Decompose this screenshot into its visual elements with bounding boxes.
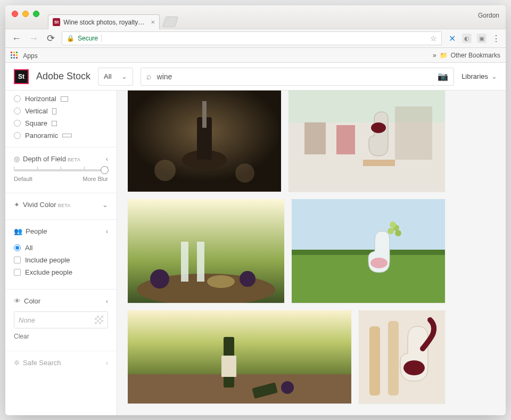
filter-sidebar: Horizontal Vertical Square Panoramic ◎De… [5, 90, 117, 415]
result-thumbnail[interactable] [128, 199, 284, 303]
svg-rect-8 [395, 106, 432, 160]
option-label: Panoramic [25, 131, 58, 139]
chevron-left-icon: ‹ [106, 155, 108, 163]
secure-label: Secure [78, 35, 98, 42]
close-tab-icon[interactable]: × [151, 18, 155, 26]
section-title: Safe Search [23, 359, 61, 367]
search-input[interactable] [157, 72, 433, 81]
bookmarks-bar: Apps » 📁 Other Bookmarks [5, 48, 506, 63]
orientation-option-vertical[interactable]: Vertical [5, 105, 117, 117]
filter-section-vivid-color: ✦Vivid ColorBETA ⌄ [5, 193, 117, 214]
section-header[interactable]: 👥People ‹ [14, 227, 108, 235]
section-header[interactable]: ◎Depth of FieldBETA ‹ [14, 155, 108, 163]
filter-section-depth-of-field: ◎Depth of FieldBETA ‹ Default More Blur [5, 147, 117, 187]
reload-button[interactable]: ⟳ [45, 32, 56, 44]
svg-rect-22 [292, 250, 445, 255]
extension-icon[interactable]: ✕ [447, 34, 457, 43]
chevron-down-icon: ⌄ [491, 72, 497, 80]
square-icon [52, 121, 57, 126]
results-grid [117, 90, 506, 415]
new-tab-button[interactable] [162, 17, 178, 27]
favicon-icon: St [53, 18, 60, 26]
extension-icon[interactable]: ◐ [462, 34, 472, 43]
svg-point-24 [388, 228, 394, 234]
color-placeholder: None [19, 316, 35, 324]
svg-rect-29 [128, 374, 351, 403]
minimize-window-button[interactable] [22, 11, 29, 17]
orientation-option-horizontal[interactable]: Horizontal [5, 93, 117, 105]
omnibox[interactable]: 🔒 Secure ☆ [62, 31, 442, 45]
search-icon: ⌕ [146, 72, 152, 81]
svg-point-18 [150, 269, 169, 289]
profile-name[interactable]: Gordon [478, 12, 499, 19]
filter-section-safe-search: ✲Safe Search ‹ [5, 351, 117, 372]
blur-slider[interactable] [14, 169, 108, 171]
star-icon[interactable]: ☆ [430, 34, 437, 43]
svg-point-4 [154, 160, 176, 181]
filter-section-people: 👥People ‹ All Include people Exclude peo… [5, 219, 117, 284]
option-label: Horizontal [25, 95, 56, 103]
result-thumbnail[interactable] [292, 199, 445, 303]
people-option-include[interactable]: Include people [14, 254, 108, 266]
filter-section-color: 👁Color ‹ None Clear [5, 289, 117, 345]
svg-point-11 [371, 122, 386, 133]
chevron-left-icon: ‹ [106, 297, 108, 305]
asset-type-filter[interactable]: All ⌄ [98, 68, 133, 86]
apps-shortcut[interactable]: Apps [11, 51, 38, 60]
panoramic-icon [62, 134, 72, 137]
result-thumbnail[interactable] [359, 310, 445, 403]
close-window-button[interactable] [12, 11, 18, 17]
other-bookmarks[interactable]: Other Bookmarks [451, 52, 500, 59]
orientation-option-square[interactable]: Square [5, 117, 117, 129]
section-title: Vivid Color [23, 201, 56, 209]
slider-min-label: Default [14, 176, 32, 182]
chevron-left-icon: ‹ [106, 227, 108, 235]
libraries-label: Libraries [461, 72, 488, 80]
browser-menu-icon[interactable]: ⋮ [492, 34, 500, 44]
browser-tab[interactable]: St Wine stock photos, royalty-fr… × [48, 14, 160, 29]
result-thumbnail[interactable] [289, 90, 445, 192]
bookmarks-overflow[interactable]: » [433, 52, 436, 59]
search-box[interactable]: ⌕ 📷 [141, 68, 455, 86]
camera-icon[interactable]: 📷 [438, 71, 448, 81]
people-icon: 👥 [14, 227, 22, 235]
slider-knob[interactable] [101, 166, 109, 174]
section-header[interactable]: 👁Color ‹ [14, 297, 108, 305]
extension-icon[interactable]: ▣ [477, 34, 487, 43]
shield-icon: ✲ [14, 359, 20, 367]
apps-label: Apps [23, 52, 37, 60]
svg-point-23 [370, 258, 388, 268]
section-header[interactable]: ✲Safe Search ‹ [14, 359, 108, 367]
people-option-exclude[interactable]: Exclude people [14, 266, 108, 278]
back-button[interactable]: ← [11, 33, 22, 44]
clear-color[interactable]: Clear [14, 333, 108, 340]
slider-max-label: More Blur [83, 176, 108, 182]
svg-point-26 [390, 221, 396, 228]
browser-tabstrip: St Wine stock photos, royalty-fr… × Gord… [5, 5, 506, 29]
orientation-option-panoramic[interactable]: Panoramic [5, 129, 117, 142]
forward-button[interactable]: → [28, 33, 39, 44]
libraries-menu[interactable]: Libraries ⌄ [461, 72, 497, 80]
people-option-all[interactable]: All [14, 242, 108, 254]
result-thumbnail[interactable] [128, 90, 281, 192]
adobe-stock-logo[interactable]: St [14, 69, 29, 84]
result-thumbnail[interactable] [128, 310, 351, 403]
eye-icon: 👁 [14, 297, 21, 305]
vertical-icon [52, 108, 56, 114]
page-header: St Adobe Stock All ⌄ ⌕ 📷 Libraries ⌄ [5, 63, 506, 90]
svg-rect-16 [197, 242, 204, 282]
svg-rect-36 [388, 321, 399, 396]
svg-rect-31 [221, 356, 236, 377]
color-input[interactable]: None [14, 311, 108, 328]
svg-point-27 [395, 230, 401, 236]
svg-point-5 [235, 163, 254, 183]
beta-badge: BETA [68, 157, 80, 162]
apps-icon [11, 52, 18, 59]
svg-rect-10 [336, 125, 355, 154]
zoom-window-button[interactable] [33, 11, 39, 17]
chevron-down-icon: ⌄ [102, 201, 108, 209]
option-label: Exclude people [25, 268, 72, 276]
svg-point-19 [240, 271, 256, 287]
section-header[interactable]: ✦Vivid ColorBETA ⌄ [14, 201, 108, 209]
address-bar: ← → ⟳ 🔒 Secure ☆ ✕ ◐ ▣ ⋮ [5, 29, 506, 48]
